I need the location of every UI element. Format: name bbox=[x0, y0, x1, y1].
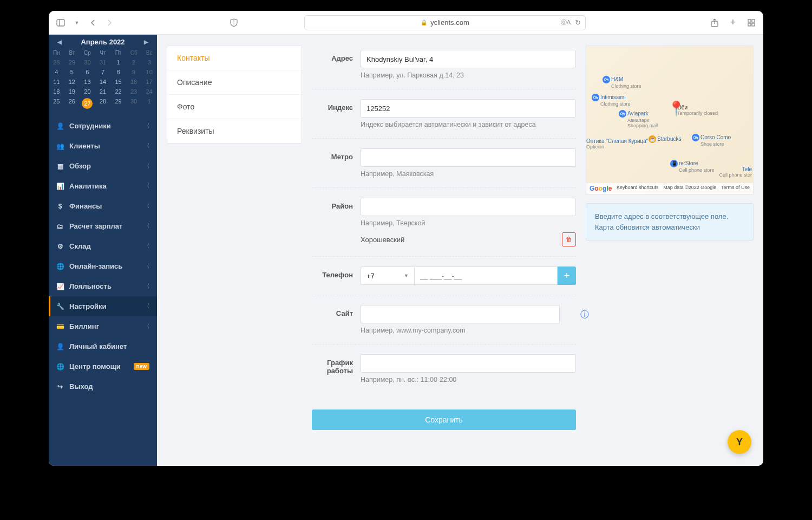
nav-item-10[interactable]: 💳Биллинг〈 bbox=[49, 316, 157, 336]
nav-item-7[interactable]: 🌐Онлайн-запись〈 bbox=[49, 256, 157, 276]
users-icon: 👥 bbox=[56, 142, 64, 150]
chevron-left-icon: 〈 bbox=[145, 122, 149, 129]
sidebar-toggle-icon[interactable] bbox=[56, 18, 65, 27]
shield-icon[interactable] bbox=[230, 18, 238, 27]
metro-label: Метро bbox=[312, 148, 361, 178]
index-hint: Индекс выбирается автоматически и зависи… bbox=[361, 121, 576, 128]
tab-0[interactable]: Контакты bbox=[167, 46, 302, 70]
nav-menu: 👤Сотрудники〈👥Клиенты〈▦Обзор〈📊Аналитика〈$… bbox=[49, 116, 157, 466]
metro-input[interactable] bbox=[361, 148, 576, 167]
google-logo: Google bbox=[590, 185, 612, 192]
map-hint: Введите адрес в соответствующее поле. Ка… bbox=[586, 203, 754, 240]
reload-icon[interactable]: ↻ bbox=[575, 18, 581, 27]
district-input[interactable] bbox=[361, 198, 576, 216]
site-hint: Например, www.my-company.com bbox=[361, 327, 576, 334]
share-icon[interactable] bbox=[710, 18, 719, 27]
svg-rect-6 bbox=[752, 23, 755, 26]
calendar-today[interactable]: 27 bbox=[80, 96, 95, 110]
svg-rect-3 bbox=[748, 20, 751, 22]
nav-item-5[interactable]: 🗂Расчет зарплат〈 bbox=[49, 216, 157, 236]
nav-item-4[interactable]: $Финансы〈 bbox=[49, 196, 157, 216]
help-fab[interactable]: Y bbox=[728, 430, 751, 454]
phone-label: Телефон bbox=[312, 266, 361, 285]
tabs-grid-icon[interactable] bbox=[747, 18, 756, 27]
url-text: yclients.com bbox=[430, 18, 469, 27]
index-input[interactable] bbox=[361, 99, 576, 118]
tab-2[interactable]: Фото bbox=[167, 95, 302, 119]
chevron-left-icon: 〈 bbox=[145, 263, 149, 270]
map-marker-icon: 📍 bbox=[667, 100, 685, 117]
nav-item-0[interactable]: 👤Сотрудники〈 bbox=[49, 116, 157, 136]
chevron-left-icon: 〈 bbox=[145, 283, 149, 290]
nav-item-8[interactable]: 📈Лояльность〈 bbox=[49, 276, 157, 296]
wrench-icon: 🔧 bbox=[56, 303, 64, 310]
url-bar[interactable]: 🔒 yclients.com ⓐA ↻ bbox=[304, 15, 586, 30]
cal-prev-icon[interactable]: ◀ bbox=[54, 39, 65, 45]
chevron-left-icon: 〈 bbox=[145, 203, 149, 210]
chevron-down-icon: ▼ bbox=[404, 273, 409, 278]
chevron-left-icon: 〈 bbox=[145, 323, 149, 330]
schedule-hint: Например, пн.-вс.: 11:00-22:00 bbox=[361, 376, 576, 384]
site-label: Сайт bbox=[312, 305, 361, 334]
chart-icon: 📊 bbox=[56, 183, 64, 190]
nav-item-3[interactable]: 📊Аналитика〈 bbox=[49, 176, 157, 196]
calendar-widget: ◀ Апрель 2022 ▶ Пн Вт Ср Чт Пт Сб Вс 282… bbox=[49, 35, 157, 116]
grid-icon: ▦ bbox=[56, 162, 64, 170]
globe-icon: 🌐 bbox=[56, 263, 64, 270]
nav-item-12[interactable]: 🌐Центр помощиnew bbox=[49, 356, 157, 376]
sidebar: ◀ Апрель 2022 ▶ Пн Вт Ср Чт Пт Сб Вс 282… bbox=[49, 35, 157, 466]
cal-next-icon[interactable]: ▶ bbox=[141, 39, 152, 45]
badge: new bbox=[134, 363, 149, 370]
map-preview[interactable]: 🛍H&MClothing store 🛍IntimissimiClothing … bbox=[586, 46, 754, 194]
index-label: Индекс bbox=[312, 99, 361, 128]
address-input[interactable] bbox=[361, 50, 576, 68]
dollar-icon: $ bbox=[56, 203, 64, 210]
browser-titlebar: ▼ 🔒 yclients.com ⓐA ↻ + bbox=[49, 11, 763, 35]
address-hint: Например, ул. Парковая д.14, 23 bbox=[361, 72, 576, 79]
info-icon[interactable]: ⓘ bbox=[580, 309, 589, 321]
nav-item-1[interactable]: 👥Клиенты〈 bbox=[49, 136, 157, 156]
tab-1[interactable]: Описание bbox=[167, 70, 302, 95]
svg-rect-5 bbox=[748, 23, 751, 26]
nav-item-13[interactable]: ↪Выход bbox=[49, 376, 157, 396]
chevron-left-icon: 〈 bbox=[145, 183, 149, 190]
save-button[interactable]: Сохранить bbox=[312, 410, 576, 430]
nav-item-6[interactable]: ⚙Склад〈 bbox=[49, 236, 157, 256]
person-icon: 👤 bbox=[56, 343, 64, 350]
back-icon[interactable] bbox=[89, 18, 97, 27]
chevron-left-icon: 〈 bbox=[145, 142, 149, 150]
add-phone-button[interactable]: + bbox=[558, 266, 576, 285]
nav-item-9[interactable]: 🔧Настройки〈 bbox=[49, 296, 157, 316]
phone-prefix-select[interactable]: +7 ▼ bbox=[361, 266, 415, 285]
exit-icon: ↪ bbox=[56, 383, 64, 391]
delete-district-button[interactable]: 🗑 bbox=[562, 232, 576, 246]
chevron-left-icon: 〈 bbox=[145, 223, 149, 230]
lock-icon: 🔒 bbox=[421, 20, 427, 25]
translate-icon[interactable]: ⓐA bbox=[561, 18, 571, 27]
svg-rect-0 bbox=[57, 20, 64, 26]
tab-3[interactable]: Реквизиты bbox=[167, 119, 302, 143]
chevron-left-icon: 〈 bbox=[145, 243, 149, 250]
schedule-input[interactable] bbox=[361, 354, 576, 373]
district-label: Район bbox=[312, 198, 361, 246]
calendar-grid: Пн Вт Ср Чт Пт Сб Вс 28293031123 4567891… bbox=[49, 48, 157, 110]
site-input[interactable] bbox=[361, 305, 560, 323]
gear-icon: ⚙ bbox=[56, 243, 64, 250]
chevron-down-icon[interactable]: ▼ bbox=[73, 18, 81, 27]
user-icon: 👤 bbox=[56, 122, 64, 130]
phone-input[interactable] bbox=[415, 266, 558, 285]
chevron-left-icon: 〈 bbox=[145, 303, 149, 310]
new-tab-icon[interactable]: + bbox=[729, 18, 737, 27]
forward-icon[interactable] bbox=[105, 18, 114, 27]
card-icon: 🗂 bbox=[56, 223, 64, 230]
district-tag: Хорошевский bbox=[361, 236, 404, 244]
calendar-title: Апрель 2022 bbox=[81, 38, 125, 46]
nav-item-2[interactable]: ▦Обзор〈 bbox=[49, 156, 157, 176]
metro-hint: Например, Маяковская bbox=[361, 170, 576, 178]
map-attribution: Google Keyboard shortcuts Map data ©2022… bbox=[586, 183, 753, 194]
credit-icon: 💳 bbox=[56, 323, 64, 330]
nav-item-11[interactable]: 👤Личный кабинет bbox=[49, 336, 157, 356]
chevron-left-icon: 〈 bbox=[145, 162, 149, 170]
address-label: Адрес bbox=[312, 50, 361, 79]
settings-tabs: КонтактыОписаниеФотоРеквизиты bbox=[167, 46, 302, 144]
